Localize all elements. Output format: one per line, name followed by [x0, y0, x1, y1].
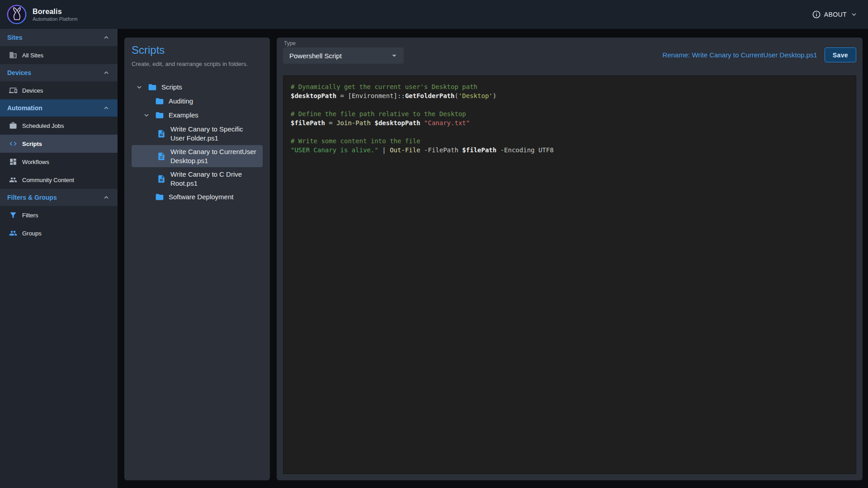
- editor-actions: Rename: Write Canary to CurrentUser Desk…: [662, 47, 856, 62]
- type-field: Type Powershell Script: [283, 39, 404, 64]
- tree-node-label: Examples: [169, 111, 198, 120]
- tree-node-auditing[interactable]: Auditing: [132, 94, 263, 108]
- panel-subtitle: Create, edit, and rearrange scripts in f…: [132, 61, 263, 67]
- code-line: # Write some content into the file: [291, 136, 849, 145]
- sidebar-item-label: Workflows: [22, 159, 49, 165]
- section-label: Automation: [7, 104, 42, 112]
- script-type-select[interactable]: Powershell Script: [283, 47, 404, 64]
- rename-link[interactable]: Rename: Write Canary to CurrentUser Desk…: [662, 51, 817, 59]
- tree-node-label: Write Canary to Specific User Folder.ps1: [170, 125, 259, 142]
- code-line: $desktopPath = [Environment]::GetFolderP…: [291, 91, 849, 100]
- sidebar-item-devices[interactable]: Devices: [0, 81, 118, 99]
- chevron-down-icon[interactable]: [142, 111, 151, 119]
- jobs-icon: [9, 122, 17, 130]
- sidebar-item-community-content[interactable]: Community Content: [0, 171, 118, 189]
- community-icon: [9, 176, 17, 184]
- folder-icon: [155, 97, 164, 106]
- sidebar-item-all-sites[interactable]: All Sites: [0, 46, 118, 64]
- scripts-icon: [9, 140, 17, 148]
- tree-node-examples[interactable]: Examples: [132, 108, 263, 122]
- section-label: Filters & Groups: [7, 194, 57, 201]
- sidebar-item-scheduled-jobs[interactable]: Scheduled Jobs: [0, 117, 118, 135]
- sidebar-section-devices[interactable]: Devices: [0, 64, 118, 81]
- code-line: "USER Canary is alive." | Out-File -File…: [291, 145, 849, 155]
- section-label: Devices: [7, 69, 31, 76]
- tree-node-label: Auditing: [169, 97, 193, 106]
- info-icon: [812, 10, 821, 19]
- scripts-tree: ScriptsAuditingExamplesWrite Canary to S…: [132, 80, 263, 204]
- main-content: Scripts Create, edit, and rearrange scri…: [118, 29, 868, 488]
- groups-icon: [9, 229, 17, 237]
- sidebar-item-label: Scheduled Jobs: [22, 122, 64, 129]
- dropdown-arrow-icon: [389, 51, 399, 61]
- folder-icon: [148, 83, 157, 92]
- type-label: Type: [284, 40, 404, 47]
- script-type-value: Powershell Script: [289, 52, 342, 60]
- tree-node-label: Write Canary to C Drive Root.ps1: [170, 170, 259, 188]
- sidebar-item-label: Groups: [22, 230, 42, 237]
- code-line: [291, 100, 849, 109]
- sidebar-item-groups[interactable]: Groups: [0, 224, 118, 242]
- sidebar-item-label: Community Content: [22, 177, 74, 183]
- save-button[interactable]: Save: [825, 47, 856, 62]
- brand-title: Borealis: [33, 8, 78, 16]
- sidebar-section-filters-groups[interactable]: Filters & Groups: [0, 189, 118, 206]
- chevron-up-icon: [102, 104, 110, 112]
- chevron-down-icon[interactable]: [135, 83, 143, 91]
- sidebar-item-label: All Sites: [22, 52, 43, 59]
- workflows-icon: [9, 158, 17, 166]
- code-line: $filePath = Join-Path $desktopPath "Cana…: [291, 118, 849, 127]
- chevron-up-icon: [102, 33, 110, 42]
- file-icon: [157, 129, 166, 138]
- tree-node-write-canary-to-currentuser-desktop-ps1[interactable]: Write Canary to CurrentUser Desktop.ps1: [132, 145, 263, 167]
- chevron-up-icon: [102, 69, 110, 77]
- code-line: [291, 127, 849, 136]
- panel-title: Scripts: [132, 44, 263, 56]
- folder-icon: [155, 111, 164, 120]
- tree-node-label: Scripts: [161, 83, 182, 92]
- brand: Borealis Automation Platform: [6, 4, 78, 25]
- chevron-up-icon: [102, 193, 110, 202]
- sidebar-item-label: Scripts: [22, 141, 42, 147]
- sidebar-item-label: Filters: [22, 212, 38, 219]
- sites-icon: [9, 51, 17, 59]
- devices-icon: [9, 86, 17, 94]
- tree-node-scripts[interactable]: Scripts: [132, 80, 263, 94]
- app-root: Borealis Automation Platform ABOUT Sites…: [0, 0, 868, 488]
- sidebar-item-label: Devices: [22, 87, 43, 94]
- sidebar: SitesAll SitesDevicesDevicesAutomationSc…: [0, 29, 118, 488]
- sidebar-item-scripts[interactable]: Scripts: [0, 135, 118, 153]
- scripts-tree-panel: Scripts Create, edit, and rearrange scri…: [124, 38, 270, 480]
- chevron-down-icon: [850, 10, 858, 19]
- app-body: SitesAll SitesDevicesDevicesAutomationSc…: [0, 29, 868, 488]
- folder-icon: [155, 192, 164, 202]
- file-icon: [157, 152, 166, 161]
- code-line: # Define the file path relative to the D…: [291, 109, 849, 118]
- topbar: Borealis Automation Platform ABOUT: [0, 0, 868, 29]
- brand-subtitle: Automation Platform: [33, 16, 78, 22]
- code-editor[interactable]: # Dynamically get the current user's Des…: [283, 75, 856, 474]
- script-editor-panel: Type Powershell Script Rename: Write Can…: [277, 38, 863, 480]
- sidebar-item-workflows[interactable]: Workflows: [0, 153, 118, 171]
- brand-text: Borealis Automation Platform: [33, 8, 78, 22]
- filters-icon: [9, 211, 17, 219]
- about-menu[interactable]: ABOUT: [812, 10, 858, 19]
- about-label: ABOUT: [824, 11, 847, 18]
- file-icon: [157, 174, 166, 183]
- code-line: # Dynamically get the current user's Des…: [291, 82, 849, 91]
- sidebar-item-filters[interactable]: Filters: [0, 206, 118, 224]
- tree-node-label: Write Canary to CurrentUser Desktop.ps1: [170, 147, 259, 165]
- editor-header: Type Powershell Script Rename: Write Can…: [283, 39, 856, 64]
- section-label: Sites: [7, 34, 22, 41]
- borealis-logo: [6, 4, 27, 25]
- sidebar-section-automation[interactable]: Automation: [0, 99, 118, 117]
- tree-node-write-canary-to-specific-user-folder-ps1[interactable]: Write Canary to Specific User Folder.ps1: [132, 122, 263, 145]
- tree-node-write-canary-to-c-drive-root-ps1[interactable]: Write Canary to C Drive Root.ps1: [132, 168, 263, 190]
- tree-node-software-deployment[interactable]: Software Deployment: [132, 190, 263, 204]
- tree-node-label: Software Deployment: [169, 192, 233, 202]
- sidebar-section-sites[interactable]: Sites: [0, 29, 118, 46]
